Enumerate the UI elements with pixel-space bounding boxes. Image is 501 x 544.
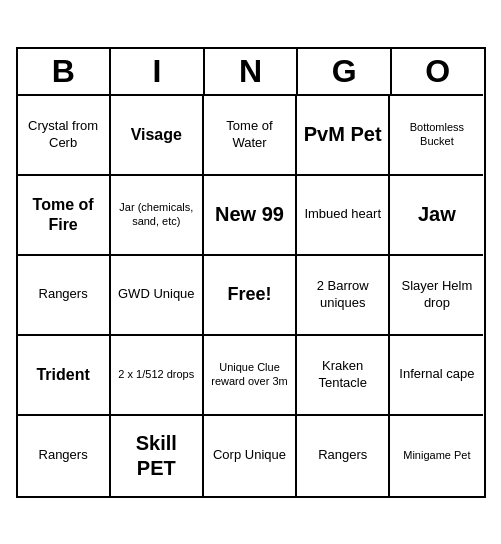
bingo-cell: Infernal cape: [390, 336, 483, 416]
bingo-cell: Jar (chemicals, sand, etc): [111, 176, 204, 256]
bingo-cell: Tome of Fire: [18, 176, 111, 256]
bingo-header: BINGO: [18, 49, 484, 96]
bingo-cell: PvM Pet: [297, 96, 390, 176]
bingo-cell: New 99: [204, 176, 297, 256]
header-letter: B: [18, 49, 112, 96]
bingo-cell: Jaw: [390, 176, 483, 256]
bingo-cell: Unique Clue reward over 3m: [204, 336, 297, 416]
bingo-cell: Skill PET: [111, 416, 204, 496]
bingo-cell: Kraken Tentacle: [297, 336, 390, 416]
bingo-cell: GWD Unique: [111, 256, 204, 336]
bingo-cell: Crystal from Cerb: [18, 96, 111, 176]
bingo-card: BINGO Crystal from CerbVisageTome of Wat…: [16, 47, 486, 498]
header-letter: G: [298, 49, 392, 96]
header-letter: N: [205, 49, 299, 96]
bingo-cell: 2 x 1/512 drops: [111, 336, 204, 416]
bingo-cell: 2 Barrow uniques: [297, 256, 390, 336]
bingo-cell: Corp Unique: [204, 416, 297, 496]
bingo-cell: Visage: [111, 96, 204, 176]
bingo-cell: Slayer Helm drop: [390, 256, 483, 336]
bingo-cell: Tome of Water: [204, 96, 297, 176]
bingo-cell: Rangers: [297, 416, 390, 496]
bingo-cell: Rangers: [18, 256, 111, 336]
bingo-cell: Imbued heart: [297, 176, 390, 256]
bingo-cell: Minigame Pet: [390, 416, 483, 496]
bingo-cell: Free!: [204, 256, 297, 336]
bingo-cell: Trident: [18, 336, 111, 416]
bingo-cell: Rangers: [18, 416, 111, 496]
header-letter: I: [111, 49, 205, 96]
header-letter: O: [392, 49, 484, 96]
bingo-cell: Bottomless Bucket: [390, 96, 483, 176]
bingo-grid: Crystal from CerbVisageTome of WaterPvM …: [18, 96, 484, 496]
